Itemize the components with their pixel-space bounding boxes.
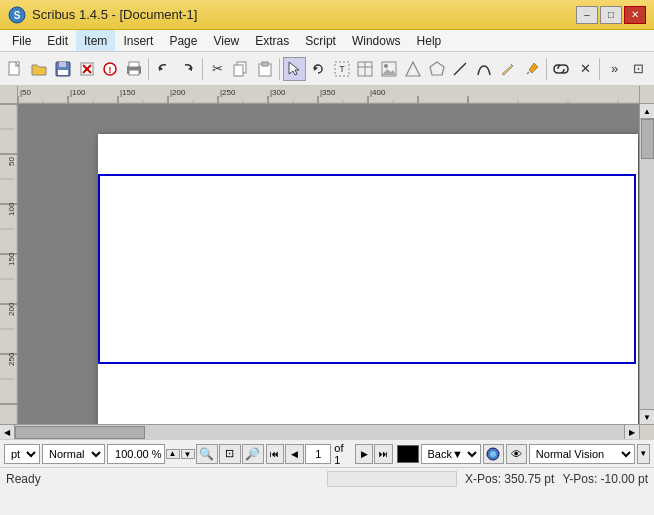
svg-text:250: 250 [7, 352, 16, 366]
zoom-fit-button[interactable]: ⊡ [219, 444, 241, 464]
svg-line-32 [454, 63, 466, 75]
line-tool[interactable] [449, 57, 472, 81]
status-bar: Ready X-Pos: 350.75 pt Y-Pos: -10.00 pt [0, 467, 654, 489]
status-text: Ready [6, 472, 41, 486]
h-scroll-right[interactable]: ▶ [624, 425, 639, 439]
svg-marker-31 [430, 62, 444, 75]
page-nav: ⏮ ◀ of 1 ▶ ⏭ [266, 442, 394, 466]
svg-text:T: T [339, 64, 345, 74]
view-mode-select[interactable]: Normal [42, 444, 105, 464]
unit-select[interactable]: pt [4, 444, 40, 464]
more-tools[interactable]: » [603, 57, 626, 81]
h-scroll-left[interactable]: ◀ [0, 425, 15, 439]
pencil-tool[interactable] [497, 57, 520, 81]
options[interactable]: ⊡ [627, 57, 650, 81]
scroll-up-button[interactable]: ▲ [640, 104, 655, 119]
svg-marker-15 [188, 66, 192, 71]
svg-rect-4 [59, 62, 66, 67]
menu-edit[interactable]: Edit [39, 30, 76, 51]
svg-marker-14 [159, 66, 163, 71]
link-tool[interactable] [550, 57, 573, 81]
separator-5 [599, 58, 600, 80]
menu-item[interactable]: Item [76, 30, 115, 51]
top-ruler-row: |50 |100 |150 |200 |250 |300 |350 |400 [0, 86, 654, 104]
prev-page-button[interactable]: ◀ [285, 444, 304, 464]
svg-text:150: 150 [7, 252, 16, 266]
svg-rect-19 [262, 62, 268, 66]
svg-text:100: 100 [7, 202, 16, 216]
vision-mode-chevron[interactable]: ▼ [637, 444, 651, 464]
menu-windows[interactable]: Windows [344, 30, 409, 51]
top-ruler: |50 |100 |150 |200 |250 |300 |350 |400 [18, 86, 639, 104]
redo-button[interactable] [176, 57, 199, 81]
svg-text:|250: |250 [220, 88, 236, 97]
text-tool[interactable]: T [330, 57, 353, 81]
rotate-tool[interactable] [307, 57, 330, 81]
first-page-button[interactable]: ⏮ [266, 444, 285, 464]
menu-page[interactable]: Page [161, 30, 205, 51]
svg-text:|300: |300 [270, 88, 286, 97]
image-tool[interactable] [378, 57, 401, 81]
app-icon: S [8, 6, 26, 24]
shape-tool[interactable] [402, 57, 425, 81]
unlink-tool[interactable]: ✕ [574, 57, 597, 81]
preflight-button[interactable]: ! [99, 57, 122, 81]
zoom-input[interactable] [107, 444, 165, 464]
bottom-toolbar: pt Normal ▲ ▼ 🔍 ⊡ 🔎 ⏮ ◀ of 1 ▶ ⏭ Back▼ 👁… [0, 439, 654, 467]
background-select[interactable]: Back▼ [421, 444, 481, 464]
minimize-button[interactable]: – [576, 6, 598, 24]
menu-extras[interactable]: Extras [247, 30, 297, 51]
zoom-up-button[interactable]: ▲ [166, 449, 180, 459]
scroll-thumb[interactable] [641, 119, 654, 159]
next-page-button[interactable]: ▶ [355, 444, 374, 464]
paste-button[interactable] [253, 57, 276, 81]
color-swatch[interactable] [397, 445, 418, 463]
svg-text:S: S [14, 10, 21, 21]
eyedropper-tool[interactable] [520, 57, 543, 81]
menu-script[interactable]: Script [297, 30, 344, 51]
eye-icon[interactable]: 👁 [506, 444, 527, 464]
svg-text:200: 200 [7, 302, 16, 316]
y-coord: Y-Pos: -10.00 pt [562, 472, 648, 486]
menu-view[interactable]: View [205, 30, 247, 51]
copy-button[interactable] [229, 57, 252, 81]
svg-marker-20 [289, 62, 299, 75]
zoom-in-button[interactable]: 🔎 [242, 444, 264, 464]
scroll-track[interactable] [640, 119, 655, 409]
open-button[interactable] [28, 57, 51, 81]
h-scroll-area: ◀ ▶ [0, 424, 654, 439]
menu-insert[interactable]: Insert [115, 30, 161, 51]
polygon-tool[interactable] [425, 57, 448, 81]
svg-text:|100: |100 [70, 88, 86, 97]
separator-1 [148, 58, 149, 80]
bezier-tool[interactable] [473, 57, 496, 81]
scroll-down-button[interactable]: ▼ [640, 409, 655, 424]
table-tool[interactable] [354, 57, 377, 81]
print-button[interactable] [123, 57, 146, 81]
select-tool[interactable] [283, 57, 306, 81]
content-area: |50 |100 |150 |200 |250 |300 |350 |400 [0, 86, 654, 439]
coord-input-area [327, 471, 457, 487]
h-scroll-track[interactable] [15, 425, 624, 439]
menu-file[interactable]: File [4, 30, 39, 51]
close-button[interactable]: ✕ [624, 6, 646, 24]
zoom-down-button[interactable]: ▼ [181, 449, 195, 459]
vertical-scrollbar[interactable]: ▲ ▼ [639, 104, 654, 424]
menu-bar: File Edit Item Insert Page View Extras S… [0, 30, 654, 52]
close-doc-button[interactable] [75, 57, 98, 81]
undo-button[interactable] [152, 57, 175, 81]
page-number-input[interactable] [305, 444, 331, 464]
h-scroll-thumb[interactable] [15, 426, 145, 439]
new-button[interactable] [4, 57, 27, 81]
menu-help[interactable]: Help [409, 30, 450, 51]
vision-mode-select[interactable]: Normal Vision [529, 444, 635, 464]
toolbar: ! ✂ T [0, 52, 654, 86]
save-button[interactable] [51, 57, 74, 81]
cut-button[interactable]: ✂ [206, 57, 229, 81]
title-bar-left: S Scribus 1.4.5 - [Document-1] [8, 6, 197, 24]
last-page-button[interactable]: ⏭ [374, 444, 393, 464]
canvas-container[interactable] [18, 104, 639, 424]
render-icon[interactable] [483, 444, 504, 464]
zoom-out-button[interactable]: 🔍 [196, 444, 218, 464]
maximize-button[interactable]: □ [600, 6, 622, 24]
